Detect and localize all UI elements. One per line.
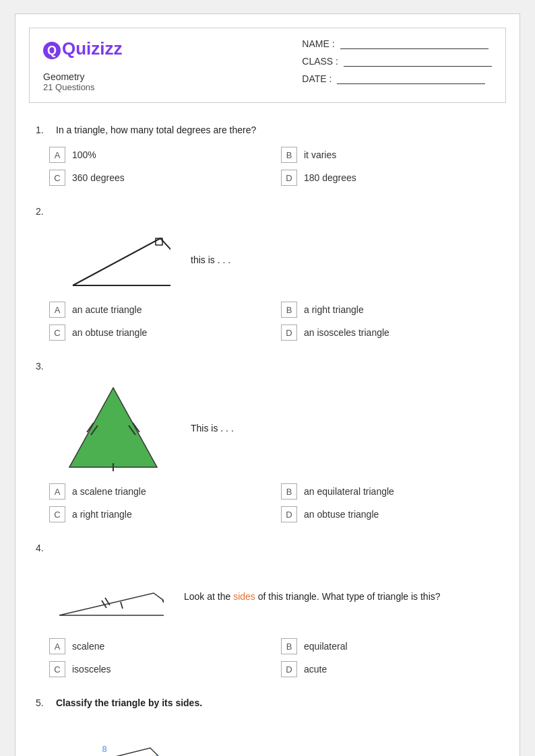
q4-answer-a: scalene [72,641,104,652]
name-row: NAME : [302,38,492,49]
svg-line-13 [162,600,164,607]
class-field[interactable] [344,56,492,67]
question-4: 4. [36,541,499,677]
question-1: 1. In a triangle, how many total degrees… [36,123,499,186]
q1-option-b: B it varies [281,147,499,163]
question-3-row: 3. [36,359,499,372]
q3-number: 3. [36,361,49,372]
q2-answer-b: a right triangle [304,304,364,315]
q3-option-d: D an obtuse triangle [281,506,499,522]
q1-letter-a: A [49,147,65,163]
subject-name: Geometry [43,71,123,82]
q1-letter-c: C [49,170,65,186]
q2-caption: this is . . . [191,253,499,267]
q2-letter-a: A [49,302,65,318]
q2-option-b: B a right triangle [281,302,499,318]
q2-letter-b: B [281,302,297,318]
q1-letter-d: D [281,170,297,186]
q1-letter-b: B [281,147,297,163]
question-2-row: 2. [36,205,499,217]
q4-option-d: D acute [281,661,499,677]
q4-number: 4. [36,543,49,553]
q3-answers: A a scalene triangle B an equilateral tr… [49,483,499,522]
q2-answer-d: an isosceles triangle [304,327,389,338]
q3-triangle-image [56,381,170,475]
q4-answer-c: isosceles [72,664,111,675]
q3-option-c: C a right triangle [49,506,268,522]
svg-text:8: 8 [102,744,106,754]
q3-answer-b: an equilateral triangle [304,486,394,497]
q3-image-row: This is . . . [56,381,499,475]
content: 1. In a triangle, how many total degrees… [15,116,520,756]
q1-text: In a triangle, how many total degrees ar… [56,123,499,137]
q2-answer-a: an acute triangle [72,304,142,315]
header-fields: NAME : CLASS : DATE : [302,38,492,84]
questions-count: 21 Questions [43,82,123,92]
q3-option-a: A a scalene triangle [49,483,268,500]
q4-text: Look at the sides of this triangle. What… [184,590,499,604]
worksheet-page: QQuizizz Geometry 21 Questions NAME : CL… [15,13,520,756]
q4-image-row: Look at the sides of this triangle. What… [56,563,499,630]
svg-line-15 [121,602,123,609]
q4-triangle-image [56,563,164,630]
q3-letter-d: D [281,506,297,522]
q3-answer-c: a right triangle [72,509,132,520]
question-2: 2. this is . . . A a [36,205,499,341]
q2-number: 2. [36,206,49,217]
q4-prefix: Look at the [184,591,233,602]
logo: QQuizizz [43,38,123,59]
q3-caption: This is . . . [191,421,499,436]
q4-letter-b: B [281,638,297,654]
q2-answers: A an acute triangle B a right triangle C… [49,302,499,341]
q4-letter-c: C [49,661,65,677]
q4-answer-d: acute [304,664,327,675]
q2-option-c: C an obtuse triangle [49,324,268,341]
header: QQuizizz Geometry 21 Questions NAME : CL… [29,28,506,103]
q4-suffix: of this triangle. What type of triangle … [255,591,441,602]
q4-option-a: A scalene [49,638,268,654]
q1-number: 1. [36,125,49,135]
q2-option-d: D an isosceles triangle [281,324,499,341]
q3-answer-a: a scalene triangle [72,486,146,497]
q5-image-row: 8 7 3 [56,720,499,756]
q1-answer-c: 360 degrees [72,172,125,183]
q2-letter-d: D [281,324,297,341]
q3-letter-a: A [49,483,65,500]
svg-marker-3 [69,388,157,467]
date-row: DATE : [302,73,492,84]
q5-number: 5. [36,697,49,708]
question-3: 3. This is . . . [36,359,499,522]
q4-option-c: C isosceles [49,661,268,677]
logo-text: Quizizz [62,38,123,59]
q4-letter-d: D [281,661,297,677]
date-field[interactable] [337,73,485,84]
q4-option-b: B equilateral [281,638,499,654]
name-label: NAME : [302,38,334,49]
q1-option-c: C 360 degrees [49,170,268,186]
q1-answers: A 100% B it varies C 360 degrees D 180 d… [49,147,499,186]
q1-answer-a: 100% [72,149,96,160]
svg-marker-16 [69,748,164,756]
q1-answer-d: 180 degrees [304,172,356,183]
question-4-row: 4. [36,541,499,553]
q3-option-b: B an equilateral triangle [281,483,499,500]
class-label: CLASS : [302,56,338,67]
q2-option-a: A an acute triangle [49,302,268,318]
question-5-row: 5. Classify the triangle by its sides. [36,696,499,710]
q4-answer-b: equilateral [304,641,348,652]
logo-icon: Q [43,42,61,59]
q4-answers: A scalene B equilateral C isosceles D ac… [49,638,499,677]
svg-text:3: 3 [154,753,159,756]
q4-letter-a: A [49,638,65,654]
q3-letter-b: B [281,483,297,500]
q5-triangle-image: 8 7 3 [56,720,164,756]
question-1-row: 1. In a triangle, how many total degrees… [36,123,499,137]
date-label: DATE : [302,73,332,84]
q2-image-row: this is . . . [56,226,499,294]
q3-answer-d: an obtuse triangle [304,509,379,520]
q1-option-d: D 180 degrees [281,170,499,186]
name-field[interactable] [340,38,489,49]
q2-letter-c: C [49,324,65,341]
q3-letter-c: C [49,506,65,522]
q4-highlight: sides [233,591,255,602]
